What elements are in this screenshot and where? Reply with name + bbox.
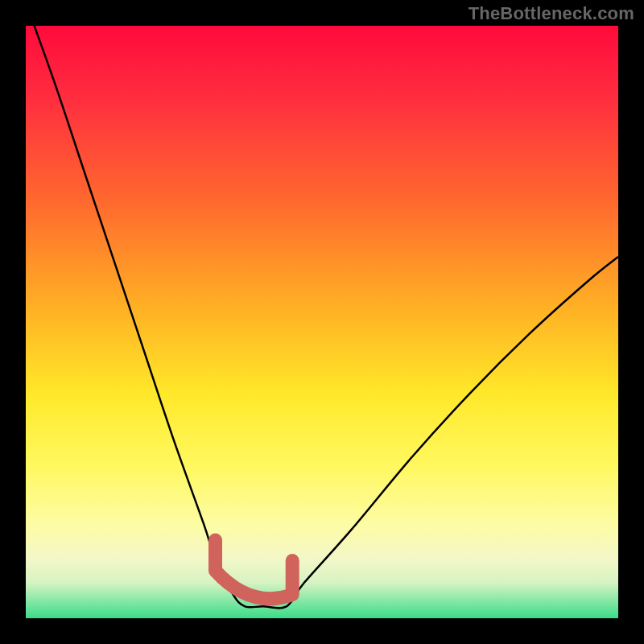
- chart-stage: TheBottleneck.com: [0, 0, 644, 644]
- marker-overlay: [216, 540, 293, 599]
- attribution-text: TheBottleneck.com: [469, 3, 634, 24]
- plot-area: [26, 26, 618, 618]
- bottleneck-curve: [26, 26, 618, 618]
- curve-path: [26, 26, 618, 608]
